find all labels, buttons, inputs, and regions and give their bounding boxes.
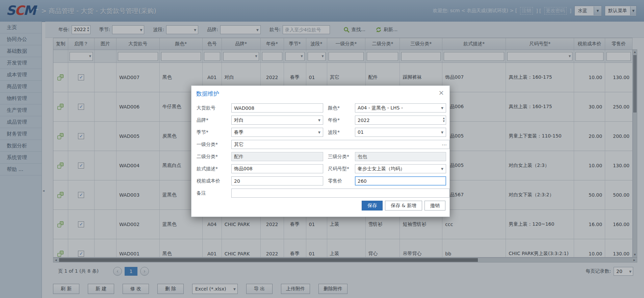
sizespec-field-select[interactable]: 奢步士女上装（均码） ▼ bbox=[355, 164, 446, 173]
chevron-down-icon[interactable]: ▼ bbox=[441, 106, 443, 110]
dialog-title: 数据维护 bbox=[196, 90, 219, 98]
year-field-spinner[interactable] bbox=[355, 116, 446, 125]
close-icon[interactable]: × bbox=[438, 89, 444, 96]
brand-field-select[interactable]: 对白 ▼ bbox=[231, 116, 323, 125]
spinner-arrows-icon[interactable]: ▲▼ bbox=[443, 117, 445, 123]
retail-field-input[interactable] bbox=[355, 176, 446, 185]
cat2-field-label: 二级分类* bbox=[197, 154, 231, 160]
season-field-select[interactable]: 春季 ▼ bbox=[231, 128, 323, 137]
wave-field-label: 波段* bbox=[328, 129, 355, 135]
styleno-field-label: 大货款号 bbox=[197, 105, 231, 111]
cat2-field-input bbox=[231, 152, 323, 161]
color-field-select[interactable]: A04 - 蓝黑色 - LHS - ▼ bbox=[355, 103, 446, 113]
data-maintenance-dialog: 数据维护 × 大货款号 颜色* A04 - 蓝黑色 - LHS - ▼ 品牌* bbox=[191, 85, 450, 217]
save-and-new-button[interactable]: 保存 & 新增 bbox=[385, 201, 422, 210]
chevron-down-icon[interactable]: ▼ bbox=[318, 119, 320, 122]
styleno-field-input[interactable] bbox=[231, 103, 323, 113]
remark-field-input[interactable] bbox=[231, 189, 449, 198]
cat1-field-label: 一级分类* bbox=[197, 142, 231, 148]
chevron-down-icon[interactable]: ▼ bbox=[318, 131, 320, 134]
cat3-field-label: 三级分类* bbox=[328, 154, 355, 160]
brand-field-label: 品牌* bbox=[197, 117, 231, 123]
save-button[interactable]: 保存 bbox=[362, 201, 383, 210]
cost-field-label: 税前成本价 bbox=[197, 178, 231, 184]
dialog-body: 大货款号 颜色* A04 - 蓝黑色 - LHS - ▼ 品牌* 对白 bbox=[197, 99, 445, 210]
cost-field-input[interactable] bbox=[231, 176, 323, 185]
cat1-field-input[interactable] bbox=[231, 140, 449, 149]
chevron-down-icon[interactable]: ▼ bbox=[441, 131, 443, 134]
remark-field-label: 备注 bbox=[197, 190, 231, 196]
more-icon[interactable]: … bbox=[442, 141, 447, 147]
desc-field-label: 款式描述* bbox=[197, 166, 231, 172]
retail-field-label: 零售价 bbox=[328, 178, 355, 184]
cat3-field-input bbox=[355, 152, 446, 161]
season-field-label: 季节* bbox=[197, 129, 231, 135]
sizespec-field-label: 尺码号型* bbox=[328, 166, 355, 172]
color-field-label: 颜色* bbox=[328, 105, 355, 111]
chevron-down-icon[interactable]: ▼ bbox=[441, 167, 443, 171]
desc-field-input[interactable] bbox=[231, 164, 323, 173]
scm-app: SCM™ > 商品管理 - 大货 - 大货款号管理(采购) 欢迎您: scm <… bbox=[0, 0, 644, 298]
wave-field-select[interactable]: 01 ▼ bbox=[355, 128, 446, 137]
cancel-button[interactable]: 撤销 bbox=[424, 201, 445, 210]
year-field-label: 年份* bbox=[328, 117, 355, 123]
